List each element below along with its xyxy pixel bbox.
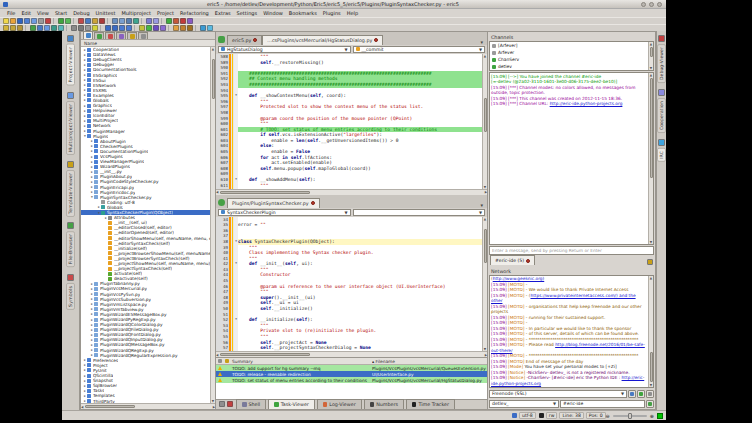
forms-tab[interactable] [94,32,104,39]
bookmark-toggle-icon[interactable] [3,25,9,31]
new-window-icon[interactable] [146,18,152,24]
save-icon[interactable] [17,18,23,24]
menu-start[interactable]: Start [52,10,70,16]
menu-refactoring[interactable]: Refactoring [177,10,212,16]
bookmark-next-icon[interactable] [10,25,16,31]
tree-vertical-scrollbar[interactable]: ▲ ▼ [210,47,215,403]
menu-bookmarks[interactable]: Bookmarks [286,10,320,16]
connect-icon[interactable] [646,390,654,398]
interfaces-tab[interactable] [127,32,137,39]
translations-tab[interactable] [116,32,126,39]
close-icon[interactable] [526,259,530,263]
comment-icon[interactable] [51,25,57,31]
zoom-slider-thumb[interactable] [628,413,632,419]
scroll-up-icon[interactable]: ▲ [650,73,652,77]
tool-tab-log-viewer[interactable]: Log-Viewer [317,399,362,409]
network-link[interactable]: http://www.geeknic.org) [493,276,545,281]
menu-debug[interactable]: Debug [70,10,92,16]
clear-icon[interactable] [227,401,233,407]
paste-icon[interactable] [92,18,98,24]
summary-column-header[interactable]: Summary [230,359,372,364]
filter-icon[interactable] [219,401,225,407]
bookmark-previous-icon[interactable] [17,25,23,31]
menu-project[interactable]: Project [154,10,177,16]
scrollbar-thumb[interactable] [220,191,310,194]
close-icon[interactable] [45,18,51,24]
zoom-slider[interactable] [613,415,647,417]
scrollbar-thumb[interactable] [650,78,653,178]
title-bar[interactable]: eric5 - /home/detlev/Development/Python/… [0,0,666,9]
task-viewer-header[interactable]: Summary ▴ Filename [216,358,487,365]
editor-tab[interactable]: eric5.py [227,35,262,45]
scroll-right-icon[interactable]: ▶ [213,405,215,409]
scrollbar-thumb[interactable] [650,47,653,57]
scroll-up-icon[interactable]: ▲ [650,276,652,280]
member-combo[interactable]: ▼ [353,209,486,216]
others-tab[interactable] [138,32,148,39]
priority-icon[interactable] [223,359,230,363]
scroll-left-icon[interactable]: ◀ [216,353,218,357]
resources-tab[interactable] [105,32,115,39]
scroll-left-icon[interactable]: ◀ [81,405,83,409]
task-row[interactable]: TODO: add support for hg summary --mqPlu… [216,365,487,371]
member-combo[interactable]: __commit ▼ [353,46,486,53]
save-as-icon[interactable] [24,18,30,24]
save-all-icon[interactable] [31,18,37,24]
minimize-icon[interactable] [641,2,646,7]
scrollbar-thumb[interactable] [85,405,135,408]
print-icon[interactable] [38,18,44,24]
tool-tab-numbers[interactable]: Numbers [364,399,404,409]
scrollbar-thumb[interactable] [212,59,215,99]
redo-icon[interactable] [65,18,71,24]
scrollbar-thumb[interactable] [484,229,487,263]
new-icon[interactable] [3,18,9,24]
menu-plugins[interactable]: Plugins [320,10,344,16]
tree-column-header[interactable]: Name [81,40,215,47]
syntax-check-icon[interactable] [30,25,36,31]
scroll-up-icon[interactable]: ▲ [650,42,652,46]
users-scrollbar[interactable]: ▲ ▼ [648,42,653,70]
menu-window[interactable]: Window [260,10,286,16]
editor-bottom[interactable]: 3435363738394041424344454647484950515253… [216,217,487,352]
split-view-icon[interactable] [153,18,159,24]
scroll-up-icon[interactable]: ▲ [484,54,486,58]
identity-icon[interactable] [637,390,645,398]
menu-edit[interactable]: Edit [18,10,34,16]
code-area[interactable]: error = "" class SyntaxCheckerPlugin(QOb… [238,217,482,352]
task-row[interactable]: TODO: set status of menu entries accordi… [216,377,487,383]
tool-tab-shell[interactable]: Shell [236,399,266,409]
profile-script-icon[interactable] [187,18,193,24]
irc-user-row[interactable]: detlev [490,63,648,70]
menu-extras[interactable]: Extras [212,10,234,16]
irc-message-input[interactable]: Enter a message, send by pressing Return… [489,246,654,255]
scroll-down-icon[interactable]: ▼ [650,383,652,387]
irc-user-row[interactable]: Arfever [490,49,648,56]
editor-vertical-scrollbar[interactable]: ▲▼ [482,217,487,352]
scroll-up-icon[interactable]: ▲ [212,47,214,51]
filename-column-header[interactable]: ▴ Filename [372,359,487,364]
class-combo[interactable]: HgStatusDialog ▼ [218,46,351,53]
writable-indicator[interactable]: rw [546,412,558,419]
close-icon[interactable] [253,38,257,42]
close-icon[interactable] [374,38,378,42]
menu-file[interactable]: File [4,10,18,16]
run-script-icon[interactable] [166,18,172,24]
replace-icon[interactable] [126,18,132,24]
cut-icon[interactable] [78,18,84,24]
sidebar-tab-multiproject-viewer[interactable]: Multiproject-Viewer [66,92,75,155]
sidebar-tab-project-viewer[interactable]: Project-Viewer [66,35,75,86]
join-channel-icon[interactable] [646,400,654,408]
unindent-icon[interactable] [44,25,50,31]
menu-multiproject[interactable]: Multiproject [118,10,154,16]
sidebar-tab-file-browser[interactable]: File-Browser [66,222,75,267]
editor-tab[interactable]: Plugins/PluginSyntaxChecker.py [227,198,320,208]
sidebar-tab-cooperation[interactable]: Cooperation [657,89,666,133]
goto-icon[interactable] [133,18,139,24]
maximize-icon[interactable] [649,2,654,7]
stop-script-icon[interactable] [180,18,186,24]
sidebar-tab-irc[interactable]: IRC [657,139,666,162]
sidebar-tab-template-viewer[interactable]: Template-Viewer [66,161,75,217]
scroll-left-icon[interactable]: ◀ [216,190,218,194]
open-icon[interactable] [10,18,16,24]
scrollbar-thumb[interactable] [650,352,653,382]
